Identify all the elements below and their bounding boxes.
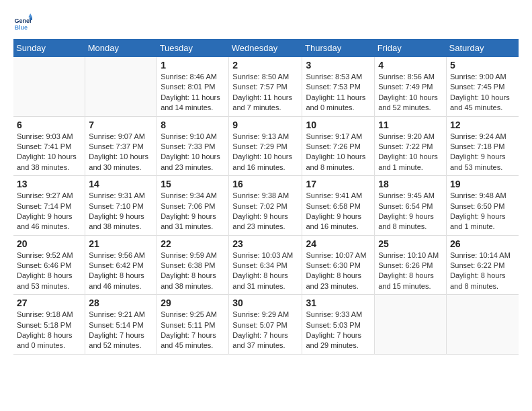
day-number: 5 (450, 60, 515, 71)
calendar-cell: 7Sunrise: 9:07 AM Sunset: 7:37 PM Daylig… (85, 116, 157, 176)
calendar-cell: 6Sunrise: 9:03 AM Sunset: 7:41 PM Daylig… (13, 116, 85, 176)
calendar-cell: 8Sunrise: 9:10 AM Sunset: 7:33 PM Daylig… (157, 116, 229, 176)
calendar-cell: 14Sunrise: 9:31 AM Sunset: 7:10 PM Dayli… (85, 176, 157, 236)
weekday-header-thursday: Thursday (302, 39, 375, 57)
weekday-header-tuesday: Tuesday (157, 39, 229, 57)
day-number: 13 (17, 179, 81, 189)
cell-content: Sunrise: 9:03 AM Sunset: 7:41 PM Dayligh… (17, 132, 81, 173)
weekday-header-monday: Monday (85, 39, 157, 57)
cell-content: Sunrise: 9:56 AM Sunset: 6:42 PM Dayligh… (89, 250, 153, 292)
cell-content: Sunrise: 9:07 AM Sunset: 7:37 PM Dayligh… (89, 132, 153, 173)
calendar-cell: 4Sunrise: 8:56 AM Sunset: 7:49 PM Daylig… (375, 57, 447, 116)
week-row-2: 6Sunrise: 9:03 AM Sunset: 7:41 PM Daylig… (13, 116, 519, 176)
cell-content: Sunrise: 10:03 AM Sunset: 6:34 PM Daylig… (232, 250, 298, 292)
cell-content: Sunrise: 9:27 AM Sunset: 7:14 PM Dayligh… (17, 191, 81, 232)
weekday-header-row: SundayMondayTuesdayWednesdayThursdayFrid… (13, 39, 519, 57)
day-number: 16 (232, 179, 298, 189)
calendar-cell: 9Sunrise: 9:13 AM Sunset: 7:29 PM Daylig… (229, 116, 302, 176)
day-number: 3 (306, 60, 371, 71)
calendar-cell: 12Sunrise: 9:24 AM Sunset: 7:18 PM Dayli… (446, 116, 519, 176)
cell-content: Sunrise: 9:45 AM Sunset: 6:54 PM Dayligh… (378, 191, 443, 232)
day-number: 19 (450, 179, 515, 189)
calendar-cell: 10Sunrise: 9:17 AM Sunset: 7:26 PM Dayli… (302, 116, 375, 176)
calendar-cell: 21Sunrise: 9:56 AM Sunset: 6:42 PM Dayli… (85, 235, 157, 295)
day-number: 20 (17, 238, 81, 249)
cell-content: Sunrise: 8:46 AM Sunset: 8:01 PM Dayligh… (161, 72, 225, 113)
cell-content: Sunrise: 9:17 AM Sunset: 7:26 PM Dayligh… (306, 132, 371, 173)
logo-icon: General Blue (13, 13, 32, 32)
day-number: 24 (306, 238, 371, 249)
calendar-cell: 22Sunrise: 9:59 AM Sunset: 6:38 PM Dayli… (157, 235, 229, 295)
weekday-header-friday: Friday (375, 39, 447, 57)
day-number: 7 (89, 120, 153, 130)
cell-content: Sunrise: 10:07 AM Sunset: 6:30 PM Daylig… (306, 250, 371, 292)
cell-content: Sunrise: 8:50 AM Sunset: 7:57 PM Dayligh… (232, 72, 298, 113)
svg-text:Blue: Blue (14, 24, 28, 31)
day-number: 22 (161, 238, 225, 249)
calendar-cell: 24Sunrise: 10:07 AM Sunset: 6:30 PM Dayl… (302, 235, 375, 295)
day-number: 4 (378, 60, 443, 71)
day-number: 8 (161, 120, 225, 130)
day-number: 29 (161, 298, 225, 308)
cell-content: Sunrise: 9:25 AM Sunset: 5:11 PM Dayligh… (161, 310, 225, 351)
calendar-cell: 15Sunrise: 9:34 AM Sunset: 7:06 PM Dayli… (157, 176, 229, 236)
cell-content: Sunrise: 9:00 AM Sunset: 7:45 PM Dayligh… (450, 72, 515, 113)
day-number: 27 (17, 298, 81, 308)
calendar-table: SundayMondayTuesdayWednesdayThursdayFrid… (13, 39, 519, 355)
week-row-3: 13Sunrise: 9:27 AM Sunset: 7:14 PM Dayli… (13, 176, 519, 236)
cell-content: Sunrise: 9:41 AM Sunset: 6:58 PM Dayligh… (306, 191, 371, 232)
calendar-cell: 13Sunrise: 9:27 AM Sunset: 7:14 PM Dayli… (13, 176, 85, 236)
calendar-cell: 30Sunrise: 9:29 AM Sunset: 5:07 PM Dayli… (229, 295, 302, 355)
cell-content: Sunrise: 9:31 AM Sunset: 7:10 PM Dayligh… (89, 191, 153, 232)
cell-content: Sunrise: 9:38 AM Sunset: 7:02 PM Dayligh… (232, 191, 298, 232)
calendar-cell (13, 57, 85, 116)
cell-content: Sunrise: 9:48 AM Sunset: 6:50 PM Dayligh… (450, 191, 515, 232)
day-number: 30 (232, 298, 298, 308)
calendar-cell: 20Sunrise: 9:52 AM Sunset: 6:46 PM Dayli… (13, 235, 85, 295)
calendar-cell: 1Sunrise: 8:46 AM Sunset: 8:01 PM Daylig… (157, 57, 229, 116)
cell-content: Sunrise: 9:13 AM Sunset: 7:29 PM Dayligh… (232, 132, 298, 173)
day-number: 26 (450, 238, 515, 249)
day-number: 10 (306, 120, 371, 130)
cell-content: Sunrise: 10:14 AM Sunset: 6:22 PM Daylig… (450, 250, 515, 292)
calendar-cell: 17Sunrise: 9:41 AM Sunset: 6:58 PM Dayli… (302, 176, 375, 236)
day-number: 2 (232, 60, 298, 71)
cell-content: Sunrise: 9:21 AM Sunset: 5:14 PM Dayligh… (89, 310, 153, 351)
day-number: 14 (89, 179, 153, 189)
cell-content: Sunrise: 9:18 AM Sunset: 5:18 PM Dayligh… (17, 310, 81, 351)
logo: General Blue (13, 13, 35, 32)
calendar-cell: 16Sunrise: 9:38 AM Sunset: 7:02 PM Dayli… (229, 176, 302, 236)
cell-content: Sunrise: 9:20 AM Sunset: 7:22 PM Dayligh… (378, 132, 443, 173)
day-number: 31 (306, 298, 371, 308)
day-number: 28 (89, 298, 153, 308)
calendar-cell: 19Sunrise: 9:48 AM Sunset: 6:50 PM Dayli… (446, 176, 519, 236)
calendar-cell: 18Sunrise: 9:45 AM Sunset: 6:54 PM Dayli… (375, 176, 447, 236)
day-number: 15 (161, 179, 225, 189)
cell-content: Sunrise: 9:34 AM Sunset: 7:06 PM Dayligh… (161, 191, 225, 232)
calendar-cell: 2Sunrise: 8:50 AM Sunset: 7:57 PM Daylig… (229, 57, 302, 116)
cell-content: Sunrise: 9:29 AM Sunset: 5:07 PM Dayligh… (232, 310, 298, 351)
svg-marker-2 (28, 13, 32, 17)
svg-marker-3 (30, 17, 32, 20)
week-row-1: 1Sunrise: 8:46 AM Sunset: 8:01 PM Daylig… (13, 57, 519, 116)
cell-content: Sunrise: 9:10 AM Sunset: 7:33 PM Dayligh… (161, 132, 225, 173)
calendar-cell: 23Sunrise: 10:03 AM Sunset: 6:34 PM Dayl… (229, 235, 302, 295)
calendar-cell (375, 295, 447, 355)
cell-content: Sunrise: 8:53 AM Sunset: 7:53 PM Dayligh… (306, 72, 371, 113)
weekday-header-sunday: Sunday (13, 39, 85, 57)
week-row-4: 20Sunrise: 9:52 AM Sunset: 6:46 PM Dayli… (13, 235, 519, 295)
weekday-header-wednesday: Wednesday (229, 39, 302, 57)
cell-content: Sunrise: 9:52 AM Sunset: 6:46 PM Dayligh… (17, 250, 81, 292)
day-number: 25 (378, 238, 443, 249)
day-number: 17 (306, 179, 371, 189)
cell-content: Sunrise: 8:56 AM Sunset: 7:49 PM Dayligh… (378, 72, 443, 113)
calendar-cell (446, 295, 519, 355)
calendar-cell: 26Sunrise: 10:14 AM Sunset: 6:22 PM Dayl… (446, 235, 519, 295)
day-number: 9 (232, 120, 298, 130)
cell-content: Sunrise: 9:33 AM Sunset: 5:03 PM Dayligh… (306, 310, 371, 351)
calendar-cell: 31Sunrise: 9:33 AM Sunset: 5:03 PM Dayli… (302, 295, 375, 355)
cell-content: Sunrise: 10:10 AM Sunset: 6:26 PM Daylig… (378, 250, 443, 292)
page-header: General Blue (13, 13, 519, 32)
calendar-cell: 29Sunrise: 9:25 AM Sunset: 5:11 PM Dayli… (157, 295, 229, 355)
calendar-cell: 3Sunrise: 8:53 AM Sunset: 7:53 PM Daylig… (302, 57, 375, 116)
